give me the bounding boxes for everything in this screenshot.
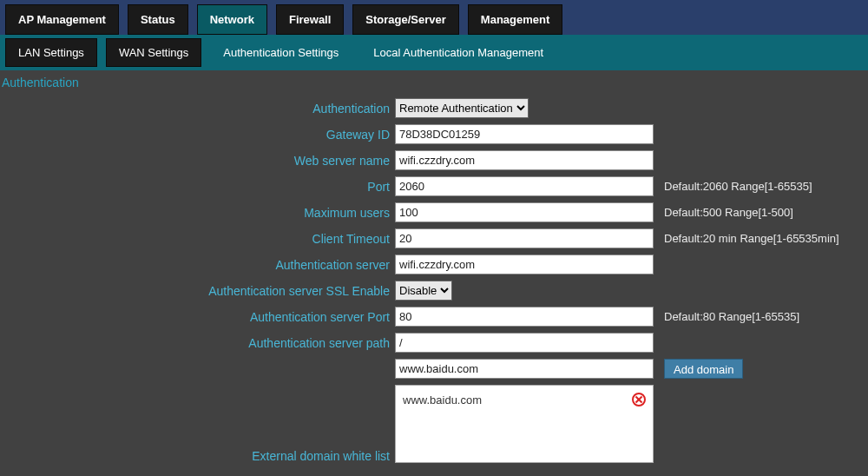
port-label: Port — [9, 180, 395, 194]
ssl-enable-select[interactable]: Disable — [395, 281, 452, 301]
subtab-local-auth-management[interactable]: Local Authentication Management — [360, 38, 556, 67]
client-timeout-label: Client Timeout — [9, 232, 395, 246]
white-list-label: External domain white list — [9, 449, 395, 463]
auth-port-hint: Default:80 Range[1-65535] — [660, 310, 799, 323]
auth-path-label: Authentication server path — [9, 336, 395, 350]
form: Authentication Remote Authentication Gat… — [0, 98, 868, 463]
gateway-id-input[interactable] — [395, 124, 654, 144]
auth-mode-select[interactable]: Remote Authentication — [395, 98, 529, 118]
tab-firewall[interactable]: Firewall — [276, 4, 344, 35]
subtab-wan-settings[interactable]: WAN Settings — [106, 38, 201, 67]
max-users-label: Maximum users — [9, 206, 395, 220]
add-domain-button[interactable]: Add domain — [664, 359, 743, 379]
auth-port-label: Authentication server Port — [9, 310, 395, 324]
section-title: Authentication — [0, 70, 868, 98]
max-users-hint: Default:500 Range[1-500] — [660, 206, 793, 219]
auth-server-input[interactable] — [395, 255, 654, 274]
sub-nav: LAN Settings WAN Settings Authentication… — [0, 35, 868, 70]
auth-port-input[interactable] — [395, 307, 654, 327]
white-list-item: www.baidu.com — [403, 391, 646, 408]
gateway-id-label: Gateway ID — [9, 128, 395, 142]
top-nav: AP Management Status Network Firewall St… — [0, 0, 868, 35]
tab-network[interactable]: Network — [197, 4, 267, 35]
port-hint: Default:2060 Range[1-65535] — [660, 180, 812, 193]
auth-server-label: Authentication server — [9, 258, 395, 272]
web-server-input[interactable] — [395, 150, 654, 170]
remove-icon[interactable] — [632, 393, 646, 407]
web-server-label: Web server name — [9, 154, 395, 168]
add-domain-input[interactable] — [395, 359, 654, 379]
tab-storage-server[interactable]: Storage/Server — [352, 4, 459, 35]
subtab-lan-settings[interactable]: LAN Settings — [5, 38, 97, 67]
auth-path-input[interactable] — [395, 333, 654, 353]
tab-status[interactable]: Status — [128, 4, 188, 35]
auth-mode-label: Authentication — [9, 102, 395, 116]
tab-ap-management[interactable]: AP Management — [5, 4, 119, 35]
white-list-item-text: www.baidu.com — [403, 393, 482, 407]
max-users-input[interactable] — [395, 202, 654, 222]
client-timeout-hint: Default:20 min Range[1-65535min] — [660, 232, 839, 245]
tab-management[interactable]: Management — [468, 4, 562, 35]
port-input[interactable] — [395, 176, 654, 196]
client-timeout-input[interactable] — [395, 228, 654, 248]
ssl-enable-label: Authentication server SSL Enable — [9, 284, 395, 298]
subtab-authentication-settings[interactable]: Authentication Settings — [210, 38, 352, 67]
white-list-box: www.baidu.com — [395, 385, 654, 463]
